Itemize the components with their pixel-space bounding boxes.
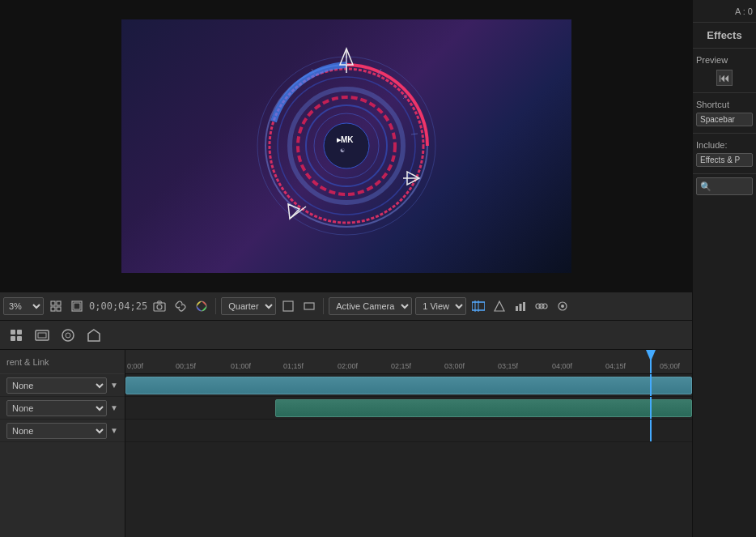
- timeline-labels: rent & Link None ▼ None ▼ None ▼: [0, 350, 125, 537]
- include-section: Include: Effects & P: [693, 134, 756, 174]
- divider-1: [215, 298, 216, 314]
- ruler-mark-8: 04;00f: [552, 362, 572, 370]
- safe-zones-btn[interactable]: [68, 297, 86, 315]
- playhead-marker: [646, 350, 656, 361]
- timeline-home-btn[interactable]: [6, 326, 26, 345]
- svg-rect-27: [74, 303, 80, 309]
- timeline-mask-btn[interactable]: [84, 326, 104, 345]
- svg-rect-23: [57, 301, 61, 305]
- timeline-ruler-area: rent & Link None ▼ None ▼ None ▼: [0, 350, 692, 537]
- ruler-mark-9: 04;15f: [605, 362, 626, 370]
- svg-rect-24: [51, 307, 55, 311]
- exposure-btn[interactable]: [491, 297, 508, 315]
- ruler-mark-7: 03;15f: [498, 362, 518, 370]
- ruler-mark-1: 00;15f: [176, 362, 196, 370]
- track-row-3: [125, 420, 692, 442]
- right-panel: A : 0 Effects Preview ⏮ Shortcut Spaceba…: [692, 0, 756, 537]
- svg-text:☯: ☯: [340, 147, 345, 153]
- search-icon: 🔍: [700, 181, 711, 192]
- view-count-select[interactable]: 1 View: [415, 297, 466, 315]
- view-toggle-btn[interactable]: [279, 297, 297, 315]
- playhead-track3: [650, 420, 652, 441]
- link-btn[interactable]: [172, 297, 189, 315]
- svg-point-45: [561, 305, 564, 308]
- video-area: ▸MK ☯: [0, 0, 692, 292]
- track-dropdown-arrow-2: ▼: [110, 403, 118, 412]
- transfer-mode-btn[interactable]: [469, 297, 487, 315]
- ruler-mark-4: 02;00f: [338, 362, 358, 370]
- svg-point-53: [66, 333, 70, 338]
- shortcut-title: Shortcut: [696, 100, 753, 109]
- timecode-display: 0;00;04;25: [89, 300, 147, 312]
- track-clip-1[interactable]: [125, 377, 692, 394]
- timeline-ruler: 0;00f 00;15f 01;00f 01;15f 02;00f 02;15f…: [125, 350, 692, 374]
- svg-point-52: [62, 330, 74, 341]
- effects-tab[interactable]: Effects: [693, 23, 756, 49]
- active-camera-select[interactable]: Active Camera: [329, 297, 412, 315]
- timeline-comp-btn[interactable]: [32, 326, 52, 345]
- search-section: 🔍: [693, 174, 756, 198]
- svg-rect-39: [520, 304, 522, 311]
- svg-rect-51: [38, 333, 46, 338]
- ruler-mark-6: 03;00f: [444, 362, 465, 370]
- svg-point-43: [542, 304, 547, 309]
- svg-rect-25: [57, 307, 61, 311]
- svg-rect-49: [17, 336, 22, 341]
- svg-rect-40: [523, 302, 525, 311]
- ruler-mark-10: 05;00f: [660, 362, 680, 370]
- svg-marker-37: [495, 301, 504, 311]
- svg-rect-47: [17, 330, 22, 335]
- channels-btn[interactable]: [533, 297, 550, 315]
- top-right-label: A : 0: [735, 6, 753, 16]
- track-label-3: None ▼: [0, 420, 125, 442]
- graph-btn[interactable]: [512, 297, 529, 315]
- timeline-top-bar: [0, 321, 692, 350]
- svg-rect-33: [304, 303, 314, 309]
- video-preview: ▸MK ☯: [121, 19, 571, 273]
- track-dropdown-2[interactable]: None: [6, 400, 107, 416]
- full-screen-btn[interactable]: [300, 297, 318, 315]
- timeline-section: rent & Link None ▼ None ▼ None ▼: [0, 321, 692, 537]
- svg-rect-32: [283, 301, 293, 311]
- track-row-1: [125, 374, 692, 397]
- svg-rect-48: [11, 336, 15, 341]
- svg-marker-30: [157, 301, 162, 303]
- divider-2: [323, 298, 324, 314]
- svg-rect-38: [516, 306, 518, 311]
- shortcut-section: Shortcut Spacebar: [693, 93, 756, 134]
- track-label-1: None ▼: [0, 374, 125, 397]
- svg-point-29: [157, 305, 162, 309]
- toolbar: 3% 0;00;04;25: [0, 292, 692, 321]
- preview-controls: ⏮: [696, 70, 753, 86]
- zoom-select[interactable]: 3%: [3, 297, 44, 315]
- timeline-layer-btn[interactable]: [58, 326, 78, 345]
- svg-line-20: [411, 134, 418, 134]
- search-bar[interactable]: 🔍: [696, 177, 753, 195]
- svg-rect-50: [36, 330, 49, 340]
- left-panel: ▸MK ☯ 3%: [0, 0, 692, 537]
- svg-point-14: [324, 123, 369, 168]
- track-dropdown-1[interactable]: None: [6, 377, 107, 394]
- color-btn[interactable]: [193, 297, 210, 315]
- include-title: Include:: [696, 140, 753, 150]
- quality-select[interactable]: Quarter: [221, 297, 276, 315]
- ruler-mark-2: 01;00f: [231, 362, 251, 370]
- svg-text:▸MK: ▸MK: [337, 135, 354, 144]
- track-dropdown-arrow-1: ▼: [110, 381, 118, 390]
- track-row-2: [125, 397, 692, 420]
- fit-to-frame-btn[interactable]: [47, 297, 65, 315]
- svg-rect-46: [11, 330, 15, 335]
- timeline-tracks: 0;00f 00;15f 01;00f 01;15f 02;00f 02;15f…: [125, 350, 692, 537]
- playhead-ruler: [650, 350, 652, 373]
- track-label-2: None ▼: [0, 397, 125, 420]
- timeline-header-label: rent & Link: [0, 350, 125, 374]
- skip-back-button[interactable]: ⏮: [716, 70, 733, 86]
- right-top-bar: A : 0: [693, 0, 756, 23]
- preview-title: Preview: [696, 55, 753, 65]
- hud-graphic: ▸MK ☯: [241, 40, 452, 251]
- track-dropdown-3[interactable]: None: [6, 423, 107, 439]
- snapshot-btn[interactable]: [151, 297, 168, 315]
- ruler-mark-5: 02;15f: [391, 362, 411, 370]
- track-clip-2[interactable]: [275, 399, 692, 417]
- viewer-settings-btn[interactable]: [554, 297, 571, 315]
